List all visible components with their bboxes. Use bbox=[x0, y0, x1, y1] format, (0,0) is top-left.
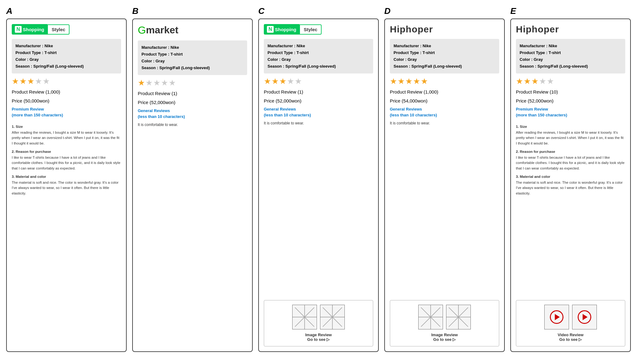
star: ★ bbox=[43, 77, 50, 86]
review-section-title: 3. Material and color bbox=[516, 174, 625, 179]
review-body: 1. SizeAfter reading the reviews, I boug… bbox=[516, 121, 625, 196]
review-section-body: I like to wear T-shirts because I have a… bbox=[12, 155, 121, 171]
review-type: General Reviews(less than 10 characters) bbox=[390, 107, 499, 118]
star: ★ bbox=[27, 77, 34, 86]
general-review-text: It is comfortable to wear. bbox=[264, 121, 373, 125]
season: Season : Spring/Fall (Long-sleeved) bbox=[268, 63, 369, 70]
naver-n-icon: N bbox=[15, 26, 22, 33]
star: ★ bbox=[539, 77, 546, 86]
review-count: Product Review (1) bbox=[138, 91, 247, 96]
section-B: B Gmarket Manufacturer : Nike Product Ty… bbox=[132, 6, 253, 352]
season: Season : Spring/Fall (Long-sleeved) bbox=[141, 65, 243, 71]
image-review-area[interactable]: Image ReviewGo to see ▷ bbox=[264, 300, 373, 346]
review-section-body: After reading the reviews, I bought a si… bbox=[12, 130, 121, 146]
color: Color : Gray bbox=[15, 56, 117, 63]
star: ★ bbox=[295, 77, 302, 86]
gmarket-text: market bbox=[146, 24, 178, 36]
star: ★ bbox=[272, 77, 279, 86]
star: ★ bbox=[35, 77, 42, 86]
star: ★ bbox=[547, 77, 554, 86]
image-placeholder bbox=[418, 305, 443, 329]
manufacturer: Manufacturer : Nike bbox=[394, 43, 496, 49]
color: Color : Gray bbox=[520, 56, 622, 63]
naver-shopping-text: Shopping bbox=[23, 27, 44, 32]
star: ★ bbox=[531, 77, 538, 86]
naver-n-icon: N bbox=[267, 26, 274, 33]
platform-logo: Hiphoper bbox=[390, 24, 499, 35]
review-count: Product Review (1,000) bbox=[12, 89, 121, 94]
star: ★ bbox=[19, 77, 27, 86]
manufacturer: Manufacturer : Nike bbox=[15, 43, 117, 49]
product-info: Manufacturer : Nike Product Type : T-shi… bbox=[138, 40, 247, 75]
product-type: Product Type : T-shirt bbox=[268, 49, 369, 56]
product-info: Manufacturer : Nike Product Type : T-shi… bbox=[390, 39, 499, 73]
product-type: Product Type : T-shirt bbox=[520, 49, 622, 56]
review-type: Premium Review(more than 150 characters) bbox=[12, 107, 121, 118]
platform-logo: N Shopping Stylec bbox=[264, 24, 373, 35]
card-D: Hiphoper Manufacturer : Nike Product Typ… bbox=[384, 19, 505, 352]
review-count: Product Review (10) bbox=[516, 89, 625, 94]
product-info: Manufacturer : Nike Product Type : T-shi… bbox=[516, 39, 625, 73]
star: ★ bbox=[398, 77, 405, 86]
product-type: Product Type : T-shirt bbox=[141, 51, 243, 58]
platform-logo: N Shopping Stylec bbox=[12, 24, 121, 35]
section-label-A: A bbox=[6, 6, 127, 16]
hiphoper-text: Hiphoper bbox=[390, 24, 433, 35]
review-count: Product Review (1) bbox=[264, 89, 373, 94]
manufacturer: Manufacturer : Nike bbox=[141, 44, 243, 51]
stylec-logo: Stylec bbox=[47, 24, 70, 35]
review-section-body: I like to wear T-shirts because I have a… bbox=[516, 155, 625, 171]
review-type: Premium Review(more than 150 characters) bbox=[516, 107, 625, 118]
season: Season : Spring/Fall (Long-sleeved) bbox=[15, 63, 117, 70]
color: Color : Gray bbox=[394, 56, 496, 63]
stylec-logo: Stylec bbox=[299, 24, 322, 35]
image-thumbs bbox=[418, 305, 471, 329]
section-label-C: C bbox=[258, 6, 379, 16]
review-section-body: The material is soft and nice. The color… bbox=[12, 180, 121, 196]
price: Price (54,000won) bbox=[390, 98, 499, 103]
section-C: C N Shopping Stylec Manufacturer : Nike … bbox=[258, 6, 379, 352]
season: Season : Spring/Fall (Long-sleeved) bbox=[520, 63, 622, 70]
star: ★ bbox=[161, 78, 168, 88]
video-review-label: Video ReviewGo to see ▷ bbox=[558, 333, 584, 342]
image-thumbs bbox=[292, 305, 345, 329]
review-section-title: 2. Reason for purchase bbox=[516, 149, 625, 154]
star-rating: ★★★★★ bbox=[264, 77, 373, 86]
review-section-title: 2. Reason for purchase bbox=[12, 149, 121, 154]
card-B: Gmarket Manufacturer : Nike Product Type… bbox=[132, 19, 253, 352]
star: ★ bbox=[524, 77, 531, 86]
price: Price (52,000won) bbox=[138, 100, 247, 105]
platform-logo: Gmarket bbox=[138, 24, 247, 36]
hiphoper-text: Hiphoper bbox=[516, 24, 559, 35]
review-section-body: The material is soft and nice. The color… bbox=[516, 180, 625, 196]
image-placeholder bbox=[446, 305, 471, 329]
star: ★ bbox=[264, 77, 271, 86]
review-type: General Reviews(less than 10 characters) bbox=[138, 108, 247, 119]
star: ★ bbox=[145, 78, 153, 88]
video-review-area[interactable]: Video ReviewGo to see ▷ bbox=[516, 300, 625, 346]
image-review-label: Image ReviewGo to see ▷ bbox=[431, 333, 458, 342]
image-placeholder bbox=[320, 305, 345, 329]
section-label-E: E bbox=[510, 6, 631, 16]
star: ★ bbox=[390, 77, 397, 86]
star: ★ bbox=[413, 77, 420, 86]
review-section-title: 1. Size bbox=[516, 124, 625, 129]
gmarket-g: G bbox=[138, 24, 146, 36]
section-D: D Hiphoper Manufacturer : Nike Product T… bbox=[384, 6, 505, 352]
star: ★ bbox=[153, 78, 160, 88]
play-triangle bbox=[583, 314, 588, 320]
general-review-text: It is comfortable to wear. bbox=[138, 123, 247, 127]
product-type: Product Type : T-shirt bbox=[394, 49, 496, 56]
naver-shopping-text: Shopping bbox=[275, 27, 296, 32]
star: ★ bbox=[421, 77, 428, 86]
video-thumbs bbox=[544, 305, 597, 329]
star: ★ bbox=[405, 77, 412, 86]
play-icon bbox=[578, 310, 591, 324]
review-body: 1. SizeAfter reading the reviews, I boug… bbox=[12, 121, 121, 196]
color: Color : Gray bbox=[141, 58, 243, 65]
platform-logo: Hiphoper bbox=[516, 24, 625, 35]
star: ★ bbox=[138, 78, 145, 88]
play-icon bbox=[550, 310, 563, 324]
image-review-area[interactable]: Image ReviewGo to see ▷ bbox=[390, 300, 499, 346]
card-C: N Shopping Stylec Manufacturer : Nike Pr… bbox=[258, 19, 379, 352]
